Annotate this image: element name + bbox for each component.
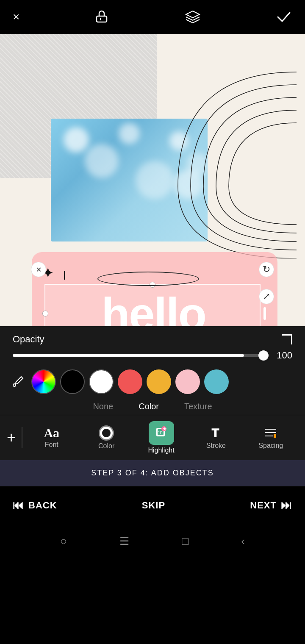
step-banner: STEP 3 OF 4: ADD OBJECTS (0, 460, 305, 486)
back-label: BACK (28, 500, 57, 511)
stroke-button[interactable]: T T Stroke (189, 426, 243, 450)
back-arrow-icon: ⏮ (13, 499, 24, 512)
handle-right-bar[interactable] (263, 307, 266, 320)
color-pink[interactable] (175, 369, 200, 394)
color-black[interactable] (60, 369, 85, 394)
eraser-icon[interactable] (93, 8, 110, 25)
back-nav-icon[interactable]: ‹ (241, 535, 245, 548)
plus-icon: + (7, 429, 16, 447)
font-label: Font (45, 441, 58, 449)
canvas-area: ✕ ↻ hello ⤢ ✦ | (0, 34, 305, 326)
color-red[interactable] (118, 369, 142, 394)
top-bar: × (0, 0, 305, 34)
color-button[interactable]: Color (79, 425, 133, 450)
step-text: STEP 3 OF 4: ADD OBJECTS (91, 469, 214, 477)
confirm-icon[interactable] (275, 8, 292, 25)
toolbar-area: Opacity 100 None Color Texture (0, 326, 305, 524)
divider-1 (22, 427, 22, 448)
svg-text:★: ★ (163, 427, 167, 431)
opacity-slider[interactable] (13, 354, 264, 357)
color-palette (0, 366, 305, 397)
navigation-bar: ⏮ BACK SKIP NEXT ⏭ (0, 486, 305, 524)
tab-none[interactable]: None (93, 402, 113, 411)
system-bar: ○ ☰ □ ‹ (0, 524, 305, 558)
layers-icon[interactable] (183, 8, 202, 26)
font-button[interactable]: Aa Font (24, 427, 79, 449)
svg-point-2 (13, 384, 16, 386)
svg-text:T: T (212, 426, 219, 439)
spacing-label: Spacing (258, 442, 283, 450)
slider-fill (13, 354, 244, 357)
opacity-slider-row: 100 (13, 350, 292, 361)
rotate-button[interactable]: ↻ (259, 262, 274, 277)
highlight-label: Highlight (148, 447, 174, 454)
font-icon: Aa (44, 427, 59, 439)
add-button[interactable]: + (7, 429, 17, 447)
skip-button[interactable]: SKIP (142, 500, 165, 511)
opacity-value: 100 (271, 350, 292, 361)
next-arrow-icon: ⏭ (281, 499, 292, 512)
stroke-icon: T T (209, 426, 223, 440)
highlight-icon-bg: T ★ (149, 421, 174, 445)
stroke-label: Stroke (206, 442, 226, 450)
circle-icon[interactable]: ○ (60, 535, 67, 548)
slider-thumb[interactable] (258, 350, 269, 361)
square-icon[interactable]: □ (182, 535, 189, 548)
icons-toolbar: + Aa Font Color T ★ (0, 415, 305, 460)
arcs-decoration (136, 68, 305, 258)
back-button[interactable]: ⏮ BACK (13, 499, 57, 512)
opacity-label: Opacity (13, 334, 44, 345)
spacing-button[interactable]: Spacing (244, 426, 298, 450)
svg-rect-0 (97, 16, 107, 22)
remove-text-button[interactable]: ✕ (31, 262, 46, 277)
corner-radius-icon[interactable] (282, 334, 292, 344)
next-label: NEXT (250, 500, 277, 511)
spacing-icon (263, 426, 278, 440)
svg-text:T: T (158, 430, 162, 436)
tab-color[interactable]: Color (139, 402, 159, 411)
color-rainbow[interactable] (31, 369, 56, 394)
scale-button[interactable]: ⤢ (259, 289, 274, 304)
hello-text[interactable]: hello (47, 285, 261, 326)
oval-decoration (97, 272, 199, 286)
next-button[interactable]: NEXT ⏭ (250, 499, 292, 512)
color-yellow[interactable] (147, 369, 171, 394)
opacity-section: Opacity 100 (0, 326, 305, 366)
svg-rect-1 (100, 18, 101, 20)
color-white[interactable] (89, 369, 114, 394)
color-teal[interactable] (204, 369, 229, 394)
highlight-icon: T ★ (155, 425, 168, 439)
svg-rect-13 (274, 434, 276, 438)
color-label: Color (98, 442, 114, 450)
tab-texture[interactable]: Texture (184, 402, 212, 411)
eyedropper-tool[interactable] (8, 372, 27, 391)
mode-tabs: None Color Texture (0, 397, 305, 415)
close-button[interactable]: × (13, 10, 19, 24)
color-circle-icon (99, 425, 114, 441)
menu-icon[interactable]: ☰ (119, 535, 129, 548)
highlight-button[interactable]: T ★ Highlight (134, 421, 189, 454)
